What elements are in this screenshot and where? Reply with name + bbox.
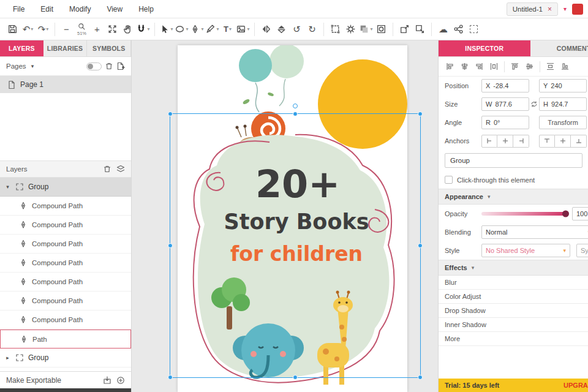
transform-button[interactable] xyxy=(328,21,342,38)
resize-handle-w[interactable] xyxy=(168,243,173,248)
resize-handle-nw[interactable] xyxy=(168,111,173,116)
resize-handle-s[interactable] xyxy=(293,375,298,380)
tab-comments[interactable]: COMMENTS xyxy=(530,40,588,56)
layer-row-path[interactable]: Path xyxy=(0,330,131,349)
promo-icon[interactable] xyxy=(572,4,583,15)
chevron-down-icon[interactable]: ▾ xyxy=(29,63,36,69)
save-button[interactable] xyxy=(6,21,20,38)
anchor-left-button[interactable] xyxy=(481,135,497,148)
x-input[interactable]: X -28.4 xyxy=(481,79,529,92)
zoom-tool-button[interactable]: 51% xyxy=(75,21,89,38)
export-icon[interactable] xyxy=(103,376,111,385)
tab-inspector[interactable]: INSPECTOR xyxy=(439,40,530,56)
add-page-icon[interactable] xyxy=(116,62,125,70)
resize-handle-n[interactable] xyxy=(293,111,298,116)
layer-row-group[interactable]: ▾ Group xyxy=(0,178,131,197)
close-document-icon[interactable]: × xyxy=(548,5,552,13)
layer-row-compound-path[interactable]: Compound Path xyxy=(0,216,131,235)
layer-row-compound-path[interactable]: Compound Path xyxy=(0,254,131,273)
resize-handle-se[interactable] xyxy=(418,375,423,380)
marquee-select-button[interactable] xyxy=(467,21,481,38)
shape-tool-button[interactable]: ▾ xyxy=(175,21,189,38)
layer-row-compound-path[interactable]: Compound Path xyxy=(0,292,131,311)
effect-drop-shadow[interactable]: Drop Shadow xyxy=(439,304,588,318)
rotate-handle[interactable] xyxy=(293,104,298,108)
rotate-ccw-button[interactable]: ↺ xyxy=(290,21,304,38)
upgrade-link[interactable]: UPGRADE NOW xyxy=(551,382,588,389)
text-tool-button[interactable]: T▾ xyxy=(221,21,235,38)
layer-row-compound-path[interactable]: Compound Path xyxy=(0,197,131,216)
rotation-input[interactable]: R 0° xyxy=(481,116,529,129)
align-right-icon[interactable] xyxy=(475,62,484,71)
tab-symbols[interactable]: SYMBOLS xyxy=(87,40,131,56)
tab-list-chevron-icon[interactable]: ▾ xyxy=(564,6,567,12)
caret-down-icon[interactable]: ▾ xyxy=(4,184,11,190)
clickthrough-checkbox[interactable] xyxy=(445,176,453,184)
menu-file[interactable]: File xyxy=(5,5,32,13)
flip-horizontal-button[interactable] xyxy=(259,21,273,38)
anchor-center-button[interactable] xyxy=(497,135,513,148)
selection-bounding-box[interactable] xyxy=(170,113,421,378)
bring-forward-button[interactable] xyxy=(398,21,412,38)
trash-icon[interactable] xyxy=(105,62,113,70)
layer-row-compound-path[interactable]: Compound Path xyxy=(0,273,131,292)
resize-handle-sw[interactable] xyxy=(168,375,173,380)
shared-style-select[interactable]: No Shared Style ▾ xyxy=(481,244,570,257)
pen-tool-button[interactable]: ▾ xyxy=(190,21,204,38)
menu-help[interactable]: Help xyxy=(130,5,162,13)
width-input[interactable]: W 877.6 xyxy=(481,97,529,111)
anchor-right-button[interactable] xyxy=(513,135,529,148)
zoom-out-button[interactable]: − xyxy=(59,21,74,38)
flip-vertical-button[interactable] xyxy=(274,21,288,38)
align-center-horizontal-icon[interactable] xyxy=(460,62,469,71)
share-button[interactable] xyxy=(451,21,466,38)
boolean-ops-button[interactable]: ▾ xyxy=(359,21,373,38)
align-middle-vertical-icon[interactable] xyxy=(525,62,534,71)
symbol-button[interactable]: Symbol xyxy=(576,244,588,257)
link-dimensions-icon[interactable] xyxy=(530,100,538,108)
snapping-button[interactable]: ▾ xyxy=(136,21,150,38)
height-input[interactable]: H 924.7 xyxy=(539,97,587,111)
menu-edit[interactable]: Edit xyxy=(32,5,61,13)
opacity-input[interactable]: 100 xyxy=(572,207,588,221)
y-input[interactable]: Y 240 xyxy=(539,79,587,92)
effect-blur[interactable]: Blur xyxy=(439,276,588,290)
make-exportable-row[interactable]: Make Exportable xyxy=(0,371,131,388)
element-type-select[interactable]: Group xyxy=(445,153,582,168)
trash-icon[interactable] xyxy=(103,165,111,173)
add-export-icon[interactable] xyxy=(116,376,125,385)
anchor-middle-button[interactable] xyxy=(555,135,571,148)
select-tool-button[interactable]: ▾ xyxy=(159,21,173,38)
distribute-vertical-icon[interactable] xyxy=(546,62,555,71)
opacity-slider[interactable] xyxy=(481,212,567,216)
resize-handle-ne[interactable] xyxy=(418,111,423,116)
layer-row-group[interactable]: ▸ Group xyxy=(0,349,131,368)
distribute-horizontal-icon[interactable] xyxy=(489,62,499,71)
transform-menu-button[interactable]: Transform xyxy=(539,116,587,129)
align-bottom-icon[interactable] xyxy=(560,62,570,71)
tab-layers[interactable]: LAYERS xyxy=(0,40,43,56)
send-backward-button[interactable] xyxy=(413,21,427,38)
image-tool-button[interactable]: ▾ xyxy=(236,21,250,38)
page-row[interactable]: Page 1 xyxy=(0,76,131,93)
align-left-icon[interactable] xyxy=(445,62,454,71)
effects-section-header[interactable]: Effects ▾ xyxy=(439,260,588,276)
cloud-sync-button[interactable]: ☁ xyxy=(436,21,450,38)
menu-view[interactable]: View xyxy=(99,5,130,13)
effect-color-adjust[interactable]: Color Adjust xyxy=(439,290,588,304)
layer-row-compound-path[interactable]: Compound Path xyxy=(0,311,131,330)
menu-modify[interactable]: Modify xyxy=(61,5,99,13)
redo-button[interactable]: ↷▾ xyxy=(36,21,50,38)
mask-button[interactable] xyxy=(374,21,388,38)
anchor-top-button[interactable] xyxy=(539,135,555,148)
rotate-cw-button[interactable]: ↻ xyxy=(305,21,319,38)
undo-button[interactable]: ↶▾ xyxy=(21,21,35,38)
resize-handle-e[interactable] xyxy=(418,243,423,248)
canvas[interactable]: 20+ Story Books for children xyxy=(132,40,438,392)
knife-tool-button[interactable]: ▾ xyxy=(205,21,219,38)
effect-more[interactable]: More xyxy=(439,332,588,346)
blending-select[interactable]: Normal ▾ xyxy=(481,225,588,239)
effect-inner-shadow[interactable]: Inner Shadow xyxy=(439,318,588,332)
edit-points-button[interactable] xyxy=(344,21,358,38)
hand-tool-button[interactable] xyxy=(121,21,135,38)
